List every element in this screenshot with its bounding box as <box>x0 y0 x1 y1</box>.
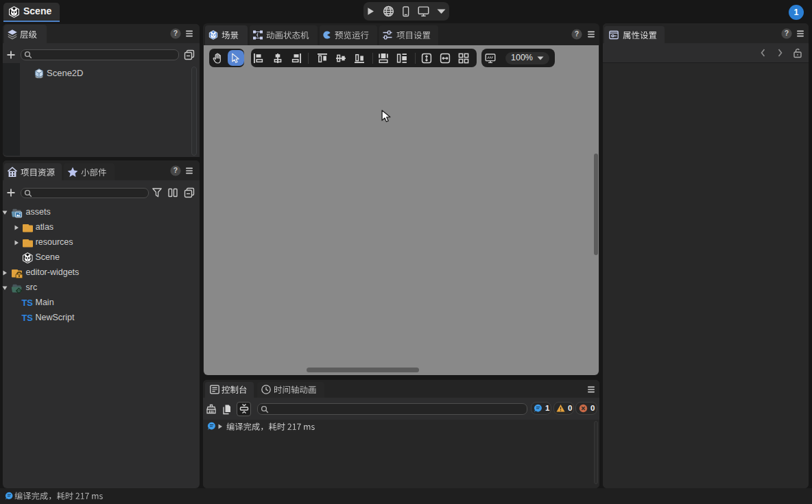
svg-text:?: ? <box>575 29 579 38</box>
svg-text:?: ? <box>174 29 178 37</box>
svg-text:?: ? <box>174 166 178 174</box>
svg-text:?: ? <box>785 29 789 37</box>
